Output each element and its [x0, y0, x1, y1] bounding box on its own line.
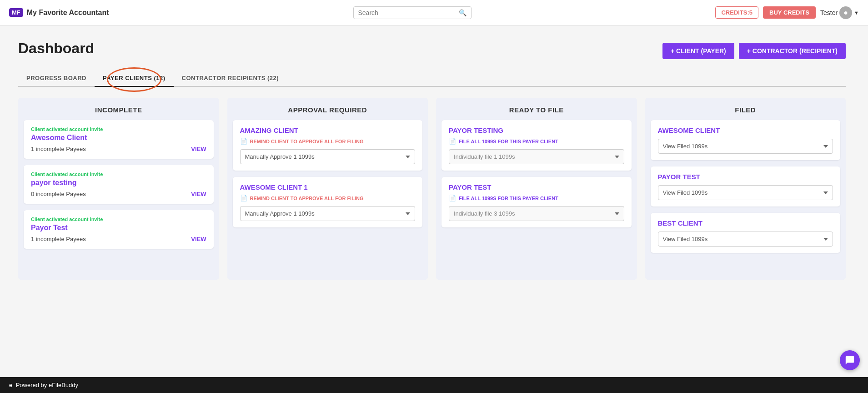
header-buttons: + CLIENT (PAYER) + CONTRACTOR (RECIPIENT…: [662, 43, 846, 59]
brand-name: My Favorite Accountant: [27, 9, 109, 17]
approval-select-2[interactable]: Manually Approve 1 1099s: [240, 206, 416, 221]
client-name[interactable]: AWESOME CLIENT 1: [240, 183, 416, 191]
tabs: PROGRESS BOARD PAYER CLIENTS (12) CONTRA…: [18, 70, 846, 87]
invite-label: Client activated account invite: [31, 171, 206, 177]
client-name[interactable]: AWESOME CLIENT: [658, 126, 833, 134]
brand: MF My Favorite Accountant: [9, 8, 109, 17]
invite-label: Client activated account invite: [31, 217, 206, 222]
search-container: 🔍: [353, 6, 472, 19]
filed-select-2[interactable]: View Filed 1099s: [658, 185, 833, 200]
remind-label-2: 📄 REMIND CLIENT TO APPROVE ALL FOR FILIN…: [240, 195, 416, 202]
approval-card-2: AWESOME CLIENT 1 📄 REMIND CLIENT TO APPR…: [233, 177, 423, 227]
column-header-rtf: READY TO FILE: [436, 98, 637, 120]
add-contractor-button[interactable]: + CONTRACTOR (RECIPIENT): [739, 43, 846, 59]
approval-card-1: AMAZING CLIENT 📄 REMIND CLIENT TO APPROV…: [233, 120, 423, 171]
card-footer: 0 incomplete Payees VIEW: [31, 191, 206, 197]
column-header-incomplete: INCOMPLETE: [18, 98, 219, 120]
client-name[interactable]: BEST CLIENT: [658, 219, 833, 227]
client-name[interactable]: PAYOR TEST: [658, 173, 833, 181]
invite-label: Client activated account invite: [31, 126, 206, 132]
credits-button[interactable]: CREDITS:5: [715, 6, 758, 19]
incomplete-card-1: Client activated account invite Awesome …: [24, 120, 214, 159]
main-content: Dashboard + CLIENT (PAYER) + CONTRACTOR …: [0, 25, 864, 316]
remind-icon: 📄: [240, 195, 247, 202]
column-ready-to-file: READY TO FILE PAYOR TESTING 📄 FILE ALL 1…: [436, 98, 637, 280]
search-icon: 🔍: [459, 9, 467, 16]
filed-card-2: PAYOR TEST View Filed 1099s: [651, 166, 841, 207]
column-filed: FILED AWESOME CLIENT View Filed 1099s PA…: [645, 98, 846, 280]
brand-initials: MF: [9, 8, 23, 17]
filed-select-3[interactable]: View Filed 1099s: [658, 232, 833, 247]
user-name: Tester: [820, 9, 838, 16]
payees-text: 1 incomplete Payees: [31, 146, 86, 152]
rtf-card-2: PAYOR TEST 📄 FILE ALL 1099S FOR THIS PAY…: [442, 177, 632, 227]
avatar: ●: [839, 6, 852, 19]
rtf-select-1[interactable]: Individually file 1 1099s: [449, 149, 624, 164]
page-title: Dashboard: [18, 40, 94, 57]
view-link[interactable]: VIEW: [191, 146, 206, 152]
buy-credits-button[interactable]: BUY CREDITS: [763, 6, 816, 19]
file-icon: 📄: [449, 195, 456, 202]
filed-select-1[interactable]: View Filed 1099s: [658, 139, 833, 154]
file-icon: 📄: [449, 138, 456, 145]
tab-payer-clients[interactable]: PAYER CLIENTS (12): [95, 70, 174, 87]
incomplete-card-2: Client activated account invite payor te…: [24, 165, 214, 204]
view-link[interactable]: VIEW: [191, 191, 206, 197]
board: INCOMPLETE Client activated account invi…: [18, 98, 846, 280]
incomplete-card-3: Client activated account invite Payor Te…: [24, 210, 214, 249]
client-name[interactable]: PAYOR TESTING: [449, 126, 624, 134]
column-approval-required: APPROVAL REQUIRED AMAZING CLIENT 📄 REMIN…: [227, 98, 428, 280]
page-header: Dashboard + CLIENT (PAYER) + CONTRACTOR …: [18, 40, 846, 59]
view-link[interactable]: VIEW: [191, 236, 206, 242]
add-client-button[interactable]: + CLIENT (PAYER): [662, 43, 734, 59]
filed-card-3: BEST CLIENT View Filed 1099s: [651, 213, 841, 253]
file-all-label-2: 📄 FILE ALL 1099S FOR THIS PAYER CLIENT: [449, 195, 624, 202]
card-footer: 1 incomplete Payees VIEW: [31, 146, 206, 152]
client-name[interactable]: AMAZING CLIENT: [240, 126, 416, 134]
remind-icon: 📄: [240, 138, 247, 145]
column-header-approval: APPROVAL REQUIRED: [227, 98, 428, 120]
user-menu[interactable]: Tester ● ▼: [820, 6, 859, 19]
remind-label-1: 📄 REMIND CLIENT TO APPROVE ALL FOR FILIN…: [240, 138, 416, 145]
filed-card-1: AWESOME CLIENT View Filed 1099s: [651, 120, 841, 160]
card-footer: 1 incomplete Payees VIEW: [31, 236, 206, 242]
column-header-filed: FILED: [645, 98, 846, 120]
chevron-down-icon: ▼: [854, 10, 859, 15]
file-all-label-1: 📄 FILE ALL 1099S FOR THIS PAYER CLIENT: [449, 138, 624, 145]
payees-text: 0 incomplete Payees: [31, 191, 86, 197]
search-input[interactable]: [358, 9, 456, 16]
navbar: MF My Favorite Accountant 🔍 CREDITS:5 BU…: [0, 0, 868, 25]
column-incomplete: INCOMPLETE Client activated account invi…: [18, 98, 219, 280]
tab-contractor-recipients[interactable]: CONTRACTOR RECIPIENTS (22): [174, 70, 287, 87]
payees-text: 1 incomplete Payees: [31, 236, 86, 242]
client-name[interactable]: PAYOR TEST: [449, 183, 624, 191]
nav-right: CREDITS:5 BUY CREDITS Tester ● ▼: [715, 6, 859, 19]
rtf-select-2[interactable]: Individually file 3 1099s: [449, 206, 624, 221]
approval-select-1[interactable]: Manually Approve 1 1099s: [240, 149, 416, 164]
tab-progress-board[interactable]: PROGRESS BOARD: [18, 70, 95, 87]
client-name[interactable]: Awesome Client: [31, 134, 206, 142]
rtf-card-1: PAYOR TESTING 📄 FILE ALL 1099S FOR THIS …: [442, 120, 632, 171]
client-name[interactable]: Payor Test: [31, 224, 206, 232]
client-name[interactable]: payor testing: [31, 179, 206, 187]
